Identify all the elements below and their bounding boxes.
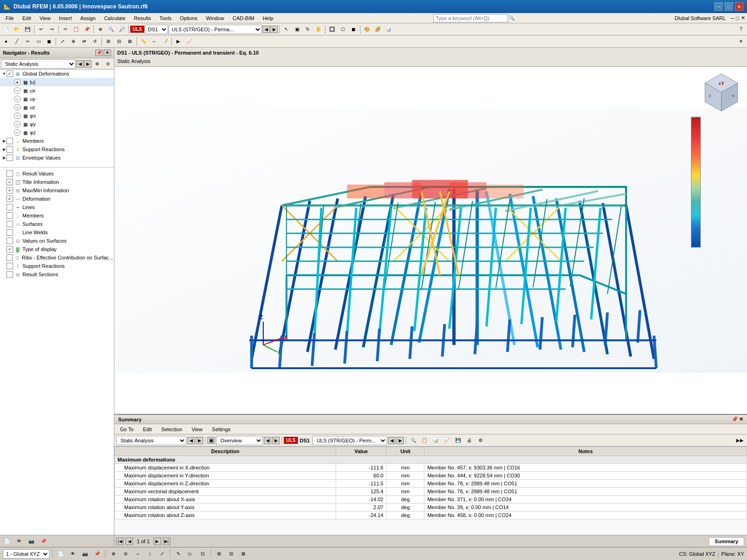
status-btn14[interactable]: ⊟ bbox=[226, 549, 236, 559]
status-btn9[interactable]: ⤢ bbox=[157, 549, 167, 559]
menu-options[interactable]: Options bbox=[176, 14, 201, 22]
tree-phix[interactable]: ○ ▦ φx bbox=[0, 112, 114, 120]
nav-cube[interactable]: +Y X Z bbox=[700, 71, 742, 113]
tb2-snap[interactable]: ⊟ bbox=[114, 36, 124, 47]
check-surfaces[interactable] bbox=[7, 221, 13, 227]
minimize-button[interactable]: ─ bbox=[714, 2, 723, 11]
check-result-values[interactable] bbox=[7, 170, 13, 177]
radio-phiz[interactable]: ○ bbox=[14, 129, 21, 136]
tb2-copy[interactable]: ⊕ bbox=[68, 36, 78, 47]
menu-help[interactable]: Help bbox=[259, 14, 277, 22]
check-type-display[interactable] bbox=[7, 246, 13, 252]
bottom-tb-expand[interactable]: ▶▶ bbox=[735, 435, 745, 446]
col-notes[interactable]: Notes bbox=[424, 447, 747, 456]
sub-close[interactable]: ✕ bbox=[741, 15, 745, 21]
menu-view[interactable]: View bbox=[36, 14, 55, 22]
tb-gradient[interactable]: 🌈 bbox=[373, 24, 383, 35]
menu-results[interactable]: Results bbox=[130, 14, 155, 22]
zoom-out[interactable]: 🔎 bbox=[117, 24, 127, 35]
tree-phiz[interactable]: ○ ▦ φz bbox=[0, 128, 114, 137]
tree-type-display[interactable]: ▓ Type of display bbox=[0, 245, 114, 253]
save-btn[interactable]: 💾 bbox=[22, 24, 33, 35]
next-case[interactable]: ▶ bbox=[270, 26, 278, 33]
bottom-close[interactable]: ✕ bbox=[739, 416, 743, 422]
tb2-res[interactable]: 📈 bbox=[184, 36, 194, 47]
tree-u-abs[interactable]: ● ▦ |u| bbox=[0, 78, 114, 86]
tree-maxmin-info[interactable]: ⊞ Max/Min Information bbox=[0, 186, 114, 195]
canvas-area[interactable]: Z X Y +Y bbox=[114, 67, 747, 414]
status-btn5[interactable]: ⊕ bbox=[108, 549, 119, 559]
tb-pan[interactable]: ✋ bbox=[313, 24, 324, 35]
menu-edit[interactable]: Edit bbox=[19, 14, 35, 22]
radio-uz[interactable]: ○ bbox=[14, 104, 21, 111]
sidebar-pin2[interactable]: 📌 bbox=[38, 536, 49, 546]
ds-select[interactable]: DS1 bbox=[145, 25, 168, 34]
new-btn[interactable]: 📄 bbox=[1, 24, 11, 35]
tb2-grid[interactable]: ⊞ bbox=[103, 36, 113, 47]
tree-title-info[interactable]: 📋 Title Information bbox=[0, 178, 114, 186]
check-envelope-values[interactable] bbox=[7, 154, 13, 161]
copy-btn[interactable]: 📋 bbox=[71, 24, 81, 35]
col-unit[interactable]: Unit bbox=[387, 447, 424, 456]
tb2-line[interactable]: ╱ bbox=[12, 36, 22, 47]
tb-wireframe[interactable]: ⬡ bbox=[338, 24, 348, 35]
tb2-member[interactable]: ═ bbox=[22, 36, 33, 47]
bottom-menu-selection[interactable]: Selection bbox=[157, 426, 186, 433]
bottom-menu-goto[interactable]: Go To bbox=[116, 426, 137, 433]
menu-file[interactable]: File bbox=[2, 14, 18, 22]
status-btn3[interactable]: 📷 bbox=[80, 549, 90, 559]
status-btn15[interactable]: ⊠ bbox=[238, 549, 248, 559]
status-btn12[interactable]: ⊡ bbox=[197, 549, 208, 559]
open-btn[interactable]: 📂 bbox=[12, 24, 22, 35]
menu-assign[interactable]: Assign bbox=[77, 14, 99, 22]
tb-rotate[interactable]: ↻ bbox=[303, 24, 313, 35]
bottom-case-select[interactable]: ULS (STR/GEO) - Perm... bbox=[312, 436, 387, 445]
col-description[interactable]: Description bbox=[115, 447, 336, 456]
status-btn1[interactable]: 📄 bbox=[56, 549, 66, 559]
tree-uy[interactable]: ○ ▦ uy bbox=[0, 95, 114, 103]
check-maxmin-info[interactable] bbox=[7, 187, 13, 194]
status-btn2[interactable]: 👁 bbox=[68, 549, 78, 559]
page-last[interactable]: ▶| bbox=[163, 538, 170, 545]
radio-u-abs[interactable]: ● bbox=[14, 79, 21, 85]
tree-members[interactable]: ▶ ⟂ Members bbox=[0, 137, 114, 145]
tb2-measure[interactable]: 📏 bbox=[138, 36, 148, 47]
check-result-sections[interactable] bbox=[7, 271, 13, 278]
tb-select[interactable]: ▣ bbox=[292, 24, 302, 35]
bottom-pin[interactable]: 📌 bbox=[732, 416, 738, 422]
bottom-tb3[interactable]: 📊 bbox=[430, 435, 441, 446]
bottom-analysis-select[interactable]: Static Analysis bbox=[116, 436, 186, 445]
bottom-menu-settings[interactable]: Settings bbox=[208, 426, 234, 433]
tb2-calc[interactable]: ▶ bbox=[173, 36, 183, 47]
sidebar-pin[interactable]: 📌 bbox=[95, 49, 103, 56]
bottom-tb2[interactable]: 📋 bbox=[419, 435, 430, 446]
tree-support-reactions[interactable]: ▶ ⇩ Support Reactions bbox=[0, 145, 114, 154]
tb2-mirror[interactable]: ⇌ bbox=[79, 36, 89, 47]
check-global-deformations[interactable] bbox=[7, 70, 13, 77]
tb-help[interactable]: ? bbox=[736, 24, 746, 35]
tb2-dim[interactable]: ↔ bbox=[149, 36, 159, 47]
bottom-prev[interactable]: ◀ bbox=[187, 437, 195, 444]
sub-minimize[interactable]: ─ bbox=[731, 15, 734, 21]
radio-phiy[interactable]: ○ bbox=[14, 121, 21, 127]
check-line-welds[interactable] bbox=[7, 229, 13, 236]
sidebar-collapse[interactable]: ⊖ bbox=[103, 59, 113, 69]
tree-lines[interactable]: ━ Lines bbox=[0, 203, 114, 211]
bottom-case-prev[interactable]: ◀ bbox=[388, 437, 395, 444]
close-button[interactable]: ✕ bbox=[735, 2, 743, 11]
maximize-button[interactable]: □ bbox=[725, 2, 733, 11]
redo-btn[interactable]: ↪ bbox=[47, 24, 57, 35]
tb-render[interactable]: 🔲 bbox=[327, 24, 337, 35]
menu-calculate[interactable]: Calculate bbox=[100, 14, 129, 22]
bottom-menu-view[interactable]: View bbox=[188, 426, 206, 433]
bottom-overview-next[interactable]: ▶ bbox=[272, 437, 280, 444]
sidebar-new[interactable]: 📄 bbox=[2, 536, 12, 546]
tb2-annotate[interactable]: 📝 bbox=[160, 36, 170, 47]
menu-tools[interactable]: Tools bbox=[155, 14, 175, 22]
status-btn4[interactable]: 📌 bbox=[92, 549, 102, 559]
tree-members2[interactable]: ⟂ Members bbox=[0, 211, 114, 220]
cut-btn[interactable]: ✂ bbox=[60, 24, 70, 35]
check-members2[interactable] bbox=[7, 212, 13, 219]
tree-support-reactions2[interactable]: ⇩ Support Reactions bbox=[0, 262, 114, 270]
tree-surfaces[interactable]: ▭ Surfaces bbox=[0, 220, 114, 228]
